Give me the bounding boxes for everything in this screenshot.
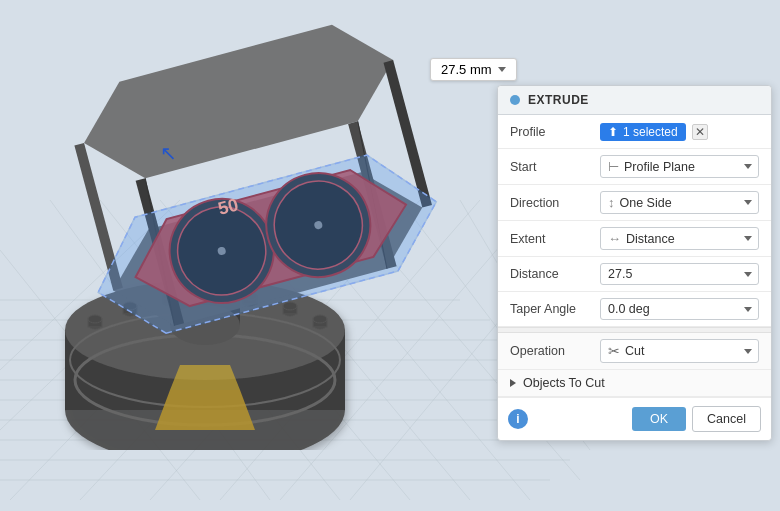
distance-row: Distance 27.5 xyxy=(498,257,771,292)
operation-value: ✂ Cut xyxy=(600,339,759,363)
start-label: Start xyxy=(510,160,600,174)
panel-header: EXTRUDE xyxy=(498,86,771,115)
profile-row: Profile ⬆ 1 selected ✕ xyxy=(498,115,771,149)
distance-dropdown-arrow xyxy=(744,272,752,277)
distance-dropdown[interactable]: 27.5 xyxy=(600,263,759,285)
extent-dropdown[interactable]: ↔ Distance xyxy=(600,227,759,250)
svg-point-52 xyxy=(313,315,327,323)
start-value: ⊢ Profile Plane xyxy=(600,155,759,178)
dimension-value: 27.5 mm xyxy=(441,62,492,77)
profile-close-button[interactable]: ✕ xyxy=(692,124,708,140)
svg-marker-57 xyxy=(170,365,240,390)
panel-footer: i OK Cancel xyxy=(498,397,771,440)
extrude-panel: EXTRUDE Profile ⬆ 1 selected ✕ Start ⊢ P… xyxy=(497,85,772,441)
direction-dropdown[interactable]: ↕ One Side xyxy=(600,191,759,214)
extent-row: Extent ↔ Distance xyxy=(498,221,771,257)
svg-marker-56 xyxy=(155,390,255,430)
start-dropdown-arrow xyxy=(744,164,752,169)
distance-value: 27.5 xyxy=(600,263,759,285)
start-icon: ⊢ xyxy=(608,159,619,174)
expand-arrow-icon xyxy=(510,379,516,387)
direction-dropdown-arrow xyxy=(744,200,752,205)
panel-body: Profile ⬆ 1 selected ✕ Start ⊢ Profile P… xyxy=(498,115,771,440)
start-dropdown[interactable]: ⊢ Profile Plane xyxy=(600,155,759,178)
operation-label: Operation xyxy=(510,344,600,358)
taper-angle-dropdown-arrow xyxy=(744,307,752,312)
extent-label: Extent xyxy=(510,232,600,246)
svg-point-34 xyxy=(88,315,102,323)
start-dropdown-value: Profile Plane xyxy=(624,160,695,174)
profile-selected-badge[interactable]: ⬆ 1 selected xyxy=(600,123,686,141)
badge-text: 1 selected xyxy=(623,125,678,139)
objects-to-cut-row[interactable]: Objects To Cut xyxy=(498,370,771,397)
svg-text:↖: ↖ xyxy=(160,142,177,164)
cut-icon: ✂ xyxy=(608,343,620,359)
extent-dropdown-value: Distance xyxy=(626,232,675,246)
extent-value: ↔ Distance xyxy=(600,227,759,250)
cursor-icon: ⬆ xyxy=(608,125,618,139)
svg-point-49 xyxy=(283,302,297,310)
direction-row: Direction ↕ One Side xyxy=(498,185,771,221)
taper-angle-value: 0.0 deg xyxy=(600,298,759,320)
dimension-bubble[interactable]: 27.5 mm xyxy=(430,58,517,81)
direction-dropdown-value: One Side xyxy=(620,196,672,210)
cancel-button[interactable]: Cancel xyxy=(692,406,761,432)
taper-angle-dropdown[interactable]: 0.0 deg xyxy=(600,298,759,320)
panel-title: EXTRUDE xyxy=(528,93,589,107)
operation-dropdown[interactable]: ✂ Cut xyxy=(600,339,759,363)
distance-dropdown-value: 27.5 xyxy=(608,267,632,281)
panel-header-indicator xyxy=(510,95,520,105)
taper-angle-dropdown-value: 0.0 deg xyxy=(608,302,650,316)
direction-value: ↕ One Side xyxy=(600,191,759,214)
objects-to-cut-label: Objects To Cut xyxy=(523,376,605,390)
distance-label: Distance xyxy=(510,267,600,281)
extent-icon: ↔ xyxy=(608,231,621,246)
operation-dropdown-arrow xyxy=(744,349,752,354)
profile-value: ⬆ 1 selected ✕ xyxy=(600,123,759,141)
extent-dropdown-arrow xyxy=(744,236,752,241)
info-icon[interactable]: i xyxy=(508,409,528,429)
profile-label: Profile xyxy=(510,125,600,139)
direction-icon: ↕ xyxy=(608,195,615,210)
3d-model: ↖ 50 xyxy=(10,20,460,450)
operation-dropdown-value: Cut xyxy=(625,344,644,358)
taper-angle-label: Taper Angle xyxy=(510,302,600,316)
operation-row: Operation ✂ Cut xyxy=(498,333,771,370)
taper-angle-row: Taper Angle 0.0 deg xyxy=(498,292,771,327)
direction-label: Direction xyxy=(510,196,600,210)
dimension-dropdown-icon[interactable] xyxy=(498,67,506,72)
ok-button[interactable]: OK xyxy=(632,407,686,431)
start-row: Start ⊢ Profile Plane xyxy=(498,149,771,185)
